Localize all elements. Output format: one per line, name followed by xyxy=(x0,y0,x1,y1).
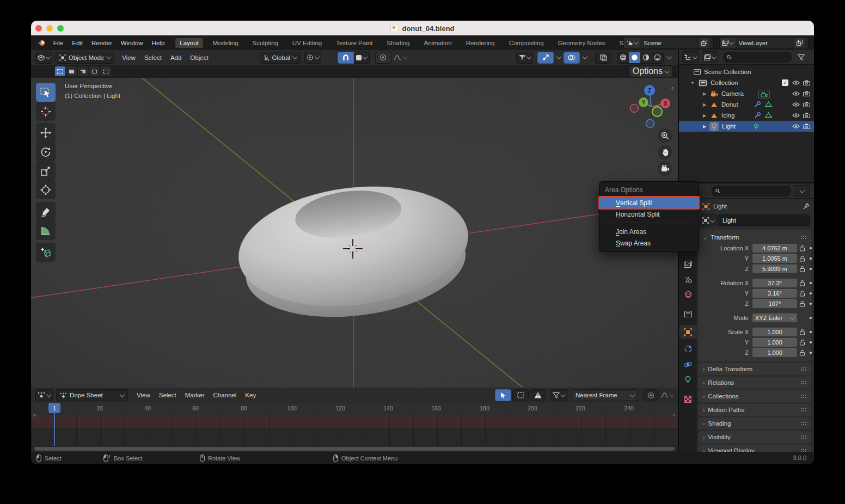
dopesheet-channels-area[interactable] xyxy=(31,428,678,445)
playhead-frame-badge[interactable]: 1 xyxy=(48,403,60,413)
timeline-ruler[interactable]: 20 40 60 80 100 120 140 160 180 200 220 … xyxy=(31,403,678,415)
scene-unlink-button[interactable]: ✕ xyxy=(709,39,713,46)
show-errors-toggle[interactable] xyxy=(530,389,546,401)
dopesheet-menu-select[interactable]: Select xyxy=(159,392,176,398)
workspace-tab-uv-editing[interactable]: UV Editing xyxy=(288,38,326,48)
scale-z-field[interactable]: 1.000 xyxy=(752,348,797,357)
viewport-canvas[interactable]: User Perspective (1) Collection | Light xyxy=(31,78,679,388)
disable-render-camera-icon[interactable] xyxy=(803,113,810,118)
panel-relations[interactable]: ›Relations xyxy=(699,377,811,389)
outliner-filter-collection-dropdown[interactable] xyxy=(702,51,718,63)
panel-drag-dots-icon[interactable] xyxy=(800,380,807,385)
menu-render[interactable]: Render xyxy=(91,40,112,46)
animate-dot[interactable] xyxy=(807,292,814,294)
workspace-tab-modeling[interactable]: Modeling xyxy=(209,38,243,48)
proportional-editing-toggle[interactable] xyxy=(642,389,659,401)
timeline-scrollbar[interactable] xyxy=(34,447,675,451)
panel-shading[interactable]: ›Shading xyxy=(699,417,811,429)
menu-item-join-areas[interactable]: Join Areas xyxy=(599,226,699,237)
rotation-z-field[interactable]: 107° xyxy=(752,299,797,308)
snap-mode-dropdown[interactable]: Nearest Frame xyxy=(572,389,638,401)
animate-dot[interactable] xyxy=(807,247,814,249)
panel-drag-dots-icon[interactable] xyxy=(800,408,807,412)
editor-type-dropdown[interactable] xyxy=(35,389,53,401)
lock-icon[interactable] xyxy=(797,280,807,286)
scale-y-field[interactable]: 1.000 xyxy=(752,338,797,347)
hide-viewport-eye-icon[interactable] xyxy=(792,102,800,107)
tool-select-box[interactable] xyxy=(36,83,56,102)
workspace-tab-shading[interactable]: Shading xyxy=(382,38,414,48)
panel-motion-paths[interactable]: ›Motion Paths xyxy=(699,404,811,416)
tool-scale[interactable] xyxy=(36,161,56,180)
scene-new-copy-button[interactable] xyxy=(699,38,709,48)
hide-viewport-eye-icon[interactable] xyxy=(792,91,800,96)
menu-item-swap-areas[interactable]: Swap Areas xyxy=(599,237,699,249)
dopesheet-menu-channel[interactable]: Channel xyxy=(213,392,236,398)
options-dropdown[interactable]: Options xyxy=(629,65,673,77)
menu-edit[interactable]: Edit xyxy=(72,40,83,46)
falloff-dropdown[interactable] xyxy=(659,390,676,401)
viewport-pan-button[interactable] xyxy=(658,145,672,159)
tab-view-layer-properties[interactable] xyxy=(679,257,697,271)
lock-icon[interactable] xyxy=(797,266,807,272)
tab-constraints-properties[interactable] xyxy=(679,342,697,356)
panel-drag-dots-icon[interactable] xyxy=(800,421,807,426)
tab-object-data-properties[interactable] xyxy=(679,372,697,386)
viewport-camera-view-button[interactable] xyxy=(658,161,672,176)
sidebar-toggle-arrow[interactable]: ‹ xyxy=(671,84,673,92)
tool-transform[interactable] xyxy=(36,180,56,199)
panel-drag-dots-icon[interactable] xyxy=(800,235,807,239)
lock-icon[interactable] xyxy=(797,255,807,262)
viewlayer-remove-button[interactable]: ✕ xyxy=(805,39,809,46)
object-mode-dropdown[interactable]: Object Mode xyxy=(56,52,114,64)
transform-orientation-dropdown[interactable]: Global xyxy=(260,52,301,64)
panel-collections[interactable]: ›Collections xyxy=(699,390,811,402)
hide-viewport-eye-icon[interactable] xyxy=(792,113,800,118)
select-mode-invert-button[interactable] xyxy=(89,66,100,76)
panel-drag-dots-icon[interactable] xyxy=(800,394,807,398)
lock-icon[interactable] xyxy=(797,339,807,346)
workspace-tab-compositing[interactable]: Compositing xyxy=(505,38,548,48)
location-x-field[interactable]: 4.0762 m xyxy=(752,244,797,253)
outliner-row-camera[interactable]: ▶ Camera xyxy=(679,88,814,99)
proportional-editing-toggle[interactable] xyxy=(375,52,391,64)
menu-item-vertical-split[interactable]: Vertical Split xyxy=(599,197,699,208)
dopesheet-mode-dropdown[interactable]: Dope Sheet xyxy=(56,389,128,401)
tab-texture-properties[interactable] xyxy=(679,392,697,406)
tool-cursor[interactable] xyxy=(36,102,56,121)
dopesheet-menu-key[interactable]: Key xyxy=(245,392,256,398)
viewlayer-name-input[interactable] xyxy=(736,40,794,46)
menu-help[interactable]: Help xyxy=(152,40,165,46)
playhead-line[interactable] xyxy=(54,413,55,446)
gizmo-axis-x-neg[interactable] xyxy=(630,105,639,113)
scene-name-input[interactable] xyxy=(640,40,699,46)
select-mode-extend-button[interactable] xyxy=(66,66,77,76)
viewlayer-new-copy-button[interactable] xyxy=(794,38,805,48)
location-y-field[interactable]: 1.0055 m xyxy=(752,254,797,263)
hide-viewport-eye-icon[interactable] xyxy=(792,80,800,85)
viewport-menu-select[interactable]: Select xyxy=(144,54,162,61)
animate-dot[interactable] xyxy=(807,268,814,270)
menu-window[interactable]: Window xyxy=(121,40,143,46)
viewlayer-browse-button[interactable] xyxy=(720,38,736,48)
workspace-tab-layout[interactable]: Layout xyxy=(175,38,203,48)
tool-measure[interactable] xyxy=(36,221,56,240)
shading-material-preview-button[interactable] xyxy=(640,52,652,63)
expand-channels-arrow[interactable]: » xyxy=(33,411,36,418)
tab-object-properties[interactable] xyxy=(679,325,697,339)
only-selected-toggle[interactable] xyxy=(495,389,511,401)
menu-file[interactable]: File xyxy=(53,40,64,46)
expand-triangle-icon[interactable]: ▶ xyxy=(702,91,707,96)
tool-annotate[interactable] xyxy=(36,202,56,221)
disable-render-camera-icon[interactable] xyxy=(803,91,810,96)
overlays-dropdown[interactable] xyxy=(580,52,590,63)
disable-render-camera-icon[interactable] xyxy=(803,102,810,107)
show-overlays-toggle[interactable] xyxy=(564,52,580,64)
shading-dropdown[interactable] xyxy=(664,52,675,63)
workspace-tab-texture-paint[interactable]: Texture Paint xyxy=(332,38,377,48)
rotation-y-field[interactable]: 3.16° xyxy=(752,289,797,298)
blender-logo-icon[interactable] xyxy=(36,39,46,47)
outliner-row-icing[interactable]: ▶ Icing xyxy=(679,110,814,121)
collapse-arrow[interactable]: ‹ xyxy=(673,411,675,418)
tool-move[interactable] xyxy=(36,123,56,142)
